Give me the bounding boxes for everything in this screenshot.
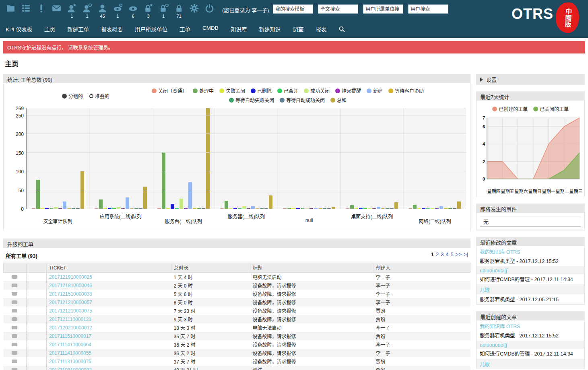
- bar[interactable]: [76, 208, 80, 209]
- bar[interactable]: [67, 208, 71, 209]
- logout-button[interactable]: [204, 3, 215, 18]
- bar[interactable]: [220, 208, 224, 209]
- bar[interactable]: [431, 208, 434, 209]
- ticket-flag-cell[interactable]: [4, 315, 27, 323]
- ticket-link[interactable]: 2017111410000064: [49, 342, 91, 347]
- bar[interactable]: [453, 208, 456, 209]
- locked-reminder-button[interactable]: 1: [159, 3, 169, 18]
- ticket-flag-cell[interactable]: [4, 332, 27, 340]
- column-empty[interactable]: [27, 263, 47, 273]
- new-mail-button[interactable]: [52, 3, 62, 18]
- bar[interactable]: [32, 208, 35, 209]
- ticket-link[interactable]: 2017111410000055: [49, 350, 91, 356]
- ticket-link[interactable]: 2017120210000012: [49, 325, 92, 331]
- bar[interactable]: [314, 208, 318, 209]
- column-age[interactable]: 总时长: [171, 263, 250, 273]
- closed-tickets-legend[interactable]: 已关闭的工单: [533, 105, 569, 112]
- bar[interactable]: [381, 208, 385, 209]
- nav-item-7[interactable]: 知识库: [231, 25, 247, 33]
- legend-item[interactable]: 总和: [330, 97, 347, 103]
- legend-item[interactable]: 成功关闭: [304, 87, 330, 94]
- bar[interactable]: [202, 208, 205, 209]
- bar[interactable]: [171, 204, 174, 209]
- ticket-flag-cell[interactable]: [4, 290, 27, 298]
- bar[interactable]: [350, 205, 354, 209]
- queue-view-button[interactable]: [21, 3, 31, 18]
- bar[interactable]: [323, 208, 326, 209]
- nav-item-5[interactable]: 工单: [179, 25, 190, 33]
- bar[interactable]: [58, 208, 62, 209]
- locked-total-button[interactable]: 71: [174, 3, 184, 18]
- bar[interactable]: [54, 207, 58, 209]
- created-tickets-legend[interactable]: 已创建的工单: [492, 105, 528, 112]
- responsible-total-button[interactable]: 45: [97, 3, 107, 18]
- bar[interactable]: [417, 208, 421, 209]
- bar[interactable]: [439, 206, 443, 209]
- article-link[interactable]: uoiuououoi[j`: [477, 341, 584, 349]
- daemon-error-banner[interactable]: OTRS守护进程没有运行。 请联系系统管理员。: [3, 41, 585, 53]
- column-creator[interactable]: 创建人: [373, 263, 470, 273]
- modified-articles-header[interactable]: 最近修改的文章: [476, 237, 585, 246]
- nav-item-1[interactable]: 主页: [44, 25, 55, 33]
- article-link[interactable]: 儿歌: [477, 284, 584, 294]
- created-articles-header[interactable]: 最近创建的文章: [476, 311, 585, 321]
- legend-item[interactable]: 处理中: [193, 87, 214, 94]
- bar[interactable]: [134, 208, 138, 209]
- column-title[interactable]: 标题: [250, 263, 373, 273]
- nav-item-8[interactable]: 新建知识: [259, 25, 281, 33]
- ticket-link[interactable]: 2017111310000075: [49, 359, 91, 364]
- bar[interactable]: [108, 208, 111, 209]
- bar[interactable]: [175, 208, 179, 209]
- page-link-3[interactable]: 3: [441, 251, 444, 257]
- bar[interactable]: [283, 208, 287, 209]
- ticket-link[interactable]: 2017121210000075: [49, 308, 92, 314]
- bar[interactable]: [99, 199, 103, 209]
- bar[interactable]: [363, 208, 367, 209]
- bar[interactable]: [394, 202, 398, 209]
- bar[interactable]: [301, 208, 304, 209]
- legend-item[interactable]: 已合并: [277, 87, 298, 94]
- events-header[interactable]: 即将发生的事件: [476, 204, 585, 213]
- ticket-link[interactable]: 2017121210000057: [49, 300, 92, 305]
- bar[interactable]: [422, 208, 425, 209]
- bar[interactable]: [139, 208, 142, 209]
- ticket-flag-cell[interactable]: [4, 306, 27, 315]
- ticket-link[interactable]: 2017110910000092: [49, 367, 92, 370]
- legend-item[interactable]: 等待客户协助: [388, 87, 424, 94]
- responsible-reminder-button[interactable]: 1: [82, 3, 92, 18]
- search-template-input[interactable]: [273, 4, 313, 14]
- bar[interactable]: [63, 201, 66, 209]
- bar[interactable]: [193, 208, 196, 209]
- nav-item-10[interactable]: 报表: [316, 25, 326, 33]
- bar[interactable]: [457, 201, 461, 209]
- ticket-flag-cell[interactable]: [4, 366, 27, 370]
- ticket-link[interactable]: 2017111510000017: [49, 333, 91, 339]
- legend-item[interactable]: 已删除: [251, 87, 272, 94]
- bar[interactable]: [332, 207, 335, 209]
- bar[interactable]: [184, 208, 188, 209]
- ticket-flag-cell[interactable]: [4, 323, 27, 332]
- bar[interactable]: [264, 208, 268, 209]
- preferences-button[interactable]: [189, 3, 199, 18]
- bar[interactable]: [179, 199, 183, 209]
- bar[interactable]: [413, 205, 417, 209]
- bar[interactable]: [359, 208, 363, 209]
- fulltext-search-input[interactable]: [318, 4, 358, 14]
- article-link[interactable]: 我的知识库 OTRS: [477, 246, 584, 256]
- nav-item-6[interactable]: CMDB: [202, 25, 219, 33]
- legend-item[interactable]: 等待自动失败关闭: [229, 97, 274, 103]
- queue-folder-button[interactable]: [6, 3, 16, 18]
- ticket-flag-cell[interactable]: [4, 273, 27, 282]
- user-search-input[interactable]: [408, 4, 448, 14]
- bar[interactable]: [162, 152, 165, 209]
- bar[interactable]: [157, 208, 161, 209]
- bar[interactable]: [292, 208, 295, 209]
- nav-item-3[interactable]: 报表概要: [101, 25, 123, 33]
- bar[interactable]: [103, 208, 107, 209]
- article-link[interactable]: uoiuououoi[j`: [477, 266, 584, 274]
- settings-toggle[interactable]: 设置: [476, 74, 585, 85]
- ticket-flag-cell[interactable]: [4, 349, 27, 357]
- bar[interactable]: [121, 208, 125, 209]
- bar[interactable]: [327, 208, 331, 209]
- ticket-flag-cell[interactable]: [4, 281, 27, 290]
